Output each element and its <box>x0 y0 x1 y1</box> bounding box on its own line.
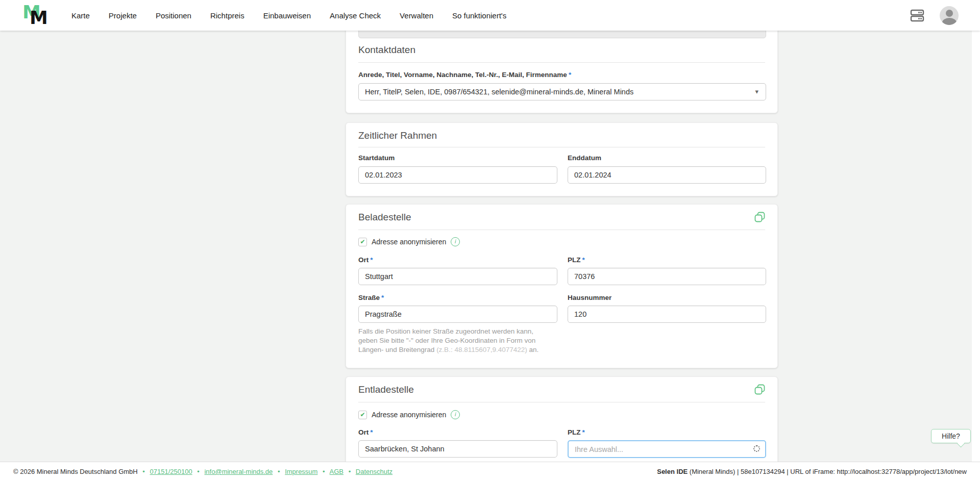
hint-part3: an. <box>527 346 539 353</box>
plz-input-focused[interactable] <box>568 440 766 458</box>
nav-item-verwalten[interactable]: Verwalten <box>400 11 433 20</box>
server-icon[interactable] <box>909 7 925 23</box>
startdatum-label: Startdatum <box>358 154 557 162</box>
separator: • <box>278 468 280 475</box>
anonymize-label: Adresse anonymisieren <box>372 238 446 246</box>
divider <box>358 62 765 63</box>
help-button[interactable]: Hilfe? <box>931 429 971 443</box>
strasse-input[interactable] <box>358 306 557 323</box>
anonymize-checkbox[interactable]: ✔ <box>358 411 367 419</box>
ort-input[interactable] <box>358 268 557 285</box>
nav-item-richtpreis[interactable]: Richtpreis <box>210 11 244 20</box>
separator: • <box>142 468 145 475</box>
help-button-label: Hilfe? <box>942 432 960 440</box>
avatar-body <box>942 18 957 25</box>
enddatum-label: Enddatum <box>568 154 766 162</box>
nav-item-karte[interactable]: Karte <box>71 11 90 20</box>
footer-link-phone[interactable]: 07151/250100 <box>150 468 192 475</box>
strasse-label-text: Straße <box>358 294 380 301</box>
footer-link-datenschutz[interactable]: Datenschutz <box>356 468 393 475</box>
required-mark: * <box>582 428 585 436</box>
hint-coordinates-example: (z.B.: 48.8115607,9.4077422) <box>436 346 527 353</box>
contact-select-label: Anrede, Titel, Vorname, Nachname, Tel.-N… <box>358 71 571 79</box>
app-header: M M Karte Projekte Positionen Richtpreis… <box>0 0 980 31</box>
copy-icon[interactable] <box>754 384 766 396</box>
nav-item-so-funktionierts[interactable]: So funktioniert's <box>452 11 506 20</box>
copyright-text: © 2026 Mineral Minds Deutschland GmbH <box>13 468 138 475</box>
user-avatar[interactable] <box>940 6 959 25</box>
nav-item-einbauweisen[interactable]: Einbauweisen <box>263 11 311 20</box>
card-beladestelle: Beladestelle ✔ Adresse anonymisieren i O… <box>346 204 778 368</box>
required-mark: * <box>370 428 373 436</box>
header-actions <box>909 0 959 31</box>
hausnummer-input[interactable] <box>568 306 766 323</box>
divider <box>358 230 765 230</box>
nav-item-positionen[interactable]: Positionen <box>156 11 191 20</box>
plz-label: PLZ* <box>568 428 766 436</box>
plz-label-text: PLZ <box>568 428 581 436</box>
loading-spinner-icon <box>753 445 760 452</box>
nav-item-projekte[interactable]: Projekte <box>109 11 137 20</box>
anonymize-label: Adresse anonymisieren <box>372 411 446 419</box>
main-nav: Karte Projekte Positionen Richtpreis Ein… <box>71 0 506 31</box>
footer-link-impressum[interactable]: Impressum <box>285 468 317 475</box>
status-user: Selen IDE <box>657 468 688 475</box>
divider <box>358 147 765 147</box>
street-hint-text: Falls die Position keiner Straße zugeord… <box>358 327 553 355</box>
anonymize-row: ✔ Adresse anonymisieren i <box>358 237 460 247</box>
scrollbar-track[interactable] <box>972 31 980 462</box>
avatar-head <box>946 10 953 17</box>
divider <box>358 402 765 402</box>
footer-link-agb[interactable]: AGB <box>330 468 344 475</box>
footer-link-email[interactable]: info@mineral-minds.de <box>204 468 273 475</box>
plz-field-wrapper <box>568 440 766 458</box>
plz-input[interactable] <box>568 268 766 285</box>
card-zeitlicher-rahmen: Zeitlicher Rahmen Startdatum Enddatum <box>346 122 778 196</box>
section-title-beladestelle: Beladestelle <box>358 212 411 223</box>
logo-m-black: M <box>30 9 48 27</box>
hausnummer-label: Hausnummer <box>568 294 766 301</box>
anonymize-checkbox[interactable]: ✔ <box>358 238 367 246</box>
required-mark: * <box>370 256 373 264</box>
contact-select[interactable]: Herr, TitelP, Selen, IDE, 0987/654321, s… <box>358 83 766 100</box>
page-footer: © 2026 Mineral Minds Deutschland GmbH • … <box>0 462 980 481</box>
copy-icon[interactable] <box>754 211 766 223</box>
required-mark: * <box>381 294 384 301</box>
strasse-label: Straße* <box>358 294 557 301</box>
status-details: (Mineral Minds) | 58e107134294 | URL of … <box>688 468 967 475</box>
info-icon[interactable]: i <box>451 410 460 419</box>
contact-select-label-text: Anrede, Titel, Vorname, Nachname, Tel.-N… <box>358 71 567 79</box>
separator: • <box>323 468 325 475</box>
help-bubble-tail <box>957 439 965 447</box>
ort-label: Ort* <box>358 428 557 436</box>
ort-label-text: Ort <box>358 256 369 264</box>
section-title-kontaktdaten: Kontaktdaten <box>358 44 415 56</box>
ort-label-text: Ort <box>358 428 369 436</box>
nav-item-analyse-check[interactable]: Analyse Check <box>330 11 381 20</box>
separator: • <box>349 468 351 475</box>
status-bar: Selen IDE (Mineral Minds) | 58e107134294… <box>657 468 967 475</box>
info-icon[interactable]: i <box>451 237 460 246</box>
chevron-down-icon: ▾ <box>755 88 758 95</box>
section-title-entladestelle: Entladestelle <box>358 384 414 395</box>
contact-select-value: Herr, TitelP, Selen, IDE, 0987/654321, s… <box>365 88 633 96</box>
brand-logo[interactable]: M M <box>22 3 54 28</box>
required-mark: * <box>569 71 571 79</box>
footer-left: © 2026 Mineral Minds Deutschland GmbH • … <box>13 468 393 475</box>
ort-input[interactable] <box>358 440 557 458</box>
anonymize-row: ✔ Adresse anonymisieren i <box>358 410 460 420</box>
ort-label: Ort* <box>358 256 557 264</box>
plz-label-text: PLZ <box>568 256 581 264</box>
plz-label: PLZ* <box>568 256 766 264</box>
required-mark: * <box>582 256 585 264</box>
enddatum-input[interactable] <box>568 166 766 184</box>
section-title-zeitlicher-rahmen: Zeitlicher Rahmen <box>358 130 437 141</box>
startdatum-input[interactable] <box>358 166 557 184</box>
separator: • <box>197 468 200 475</box>
